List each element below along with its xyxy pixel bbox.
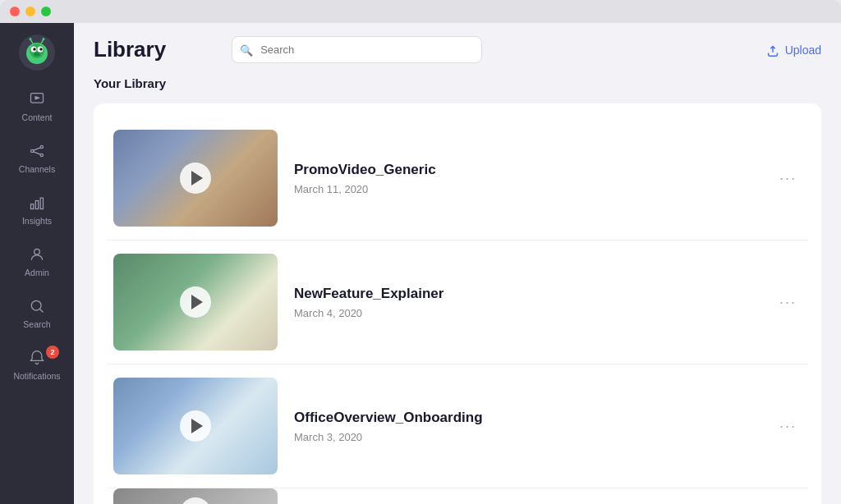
- sidebar-item-search-label: Search: [23, 319, 50, 329]
- svg-point-11: [43, 38, 45, 40]
- svg-rect-21: [40, 198, 43, 208]
- svg-point-10: [30, 38, 32, 40]
- channels-icon: [28, 142, 46, 160]
- sidebar-nav: Content Channels Insights: [0, 80, 74, 504]
- app-container: Content Channels Insights: [0, 23, 841, 504]
- video-title: PromoVideo_Generic: [294, 162, 758, 178]
- upload-icon: [765, 43, 780, 57]
- search-input[interactable]: [232, 36, 482, 63]
- play-triangle-icon: [191, 419, 203, 433]
- video-info: OfficeOverview_Onboarding March 3, 2020: [294, 410, 758, 443]
- video-menu-button[interactable]: ···: [774, 413, 802, 440]
- svg-line-24: [40, 309, 44, 313]
- sidebar-item-content-label: Content: [22, 112, 53, 122]
- sidebar-item-admin-label: Admin: [25, 268, 49, 277]
- library-section: Your Library PromoVideo_G: [74, 76, 841, 504]
- svg-rect-20: [35, 201, 38, 209]
- svg-point-7: [34, 53, 40, 57]
- window-chrome: [0, 0, 841, 23]
- notification-badge: 2: [46, 346, 59, 359]
- table-row: [107, 488, 808, 504]
- thumbnail-overlay: [113, 378, 278, 474]
- svg-line-17: [34, 148, 40, 150]
- sidebar-item-channels[interactable]: Channels: [0, 132, 74, 184]
- svg-point-15: [40, 145, 43, 148]
- video-date: March 11, 2020: [294, 183, 758, 195]
- thumbnail-overlay: [113, 488, 278, 504]
- svg-point-23: [31, 300, 41, 310]
- video-thumbnail[interactable]: [113, 488, 278, 504]
- close-button[interactable]: [10, 7, 20, 16]
- video-thumbnail[interactable]: [113, 254, 278, 351]
- play-triangle-icon: [191, 295, 203, 309]
- insights-icon: [28, 194, 46, 212]
- svg-point-5: [33, 48, 36, 51]
- search-bar: 🔍: [232, 36, 482, 63]
- svg-point-14: [31, 149, 34, 152]
- sidebar-item-channels-label: Channels: [19, 164, 55, 174]
- svg-rect-19: [31, 204, 34, 209]
- play-triangle-icon: [191, 171, 203, 186]
- sidebar-item-notifications-label: Notifications: [13, 371, 60, 381]
- library-card: PromoVideo_Generic March 11, 2020 ···: [94, 103, 821, 504]
- video-title: NewFeature_Explainer: [294, 286, 758, 302]
- play-button[interactable]: [180, 497, 211, 504]
- page-title: Library: [94, 37, 166, 62]
- video-title: OfficeOverview_Onboarding: [294, 410, 758, 426]
- search-inline-icon: 🔍: [240, 44, 253, 56]
- video-thumbnail[interactable]: [113, 130, 278, 227]
- table-row: OfficeOverview_Onboarding March 3, 2020 …: [107, 364, 808, 488]
- notifications-icon: [28, 349, 46, 367]
- video-menu-button[interactable]: ···: [774, 165, 802, 192]
- maximize-button[interactable]: [41, 7, 51, 16]
- svg-point-16: [40, 153, 43, 156]
- admin-icon: [28, 245, 46, 263]
- video-info: PromoVideo_Generic March 11, 2020: [294, 162, 758, 195]
- svg-line-18: [34, 152, 40, 154]
- sidebar-item-search[interactable]: Search: [0, 287, 74, 339]
- svg-marker-13: [35, 96, 41, 100]
- sidebar: Content Channels Insights: [0, 23, 74, 504]
- video-menu-button[interactable]: ···: [774, 289, 802, 316]
- video-list: PromoVideo_Generic March 11, 2020 ···: [107, 117, 808, 504]
- search-icon: [28, 297, 46, 315]
- video-date: March 4, 2020: [294, 307, 758, 319]
- app-logo: [16, 31, 58, 74]
- sidebar-item-insights-label: Insights: [22, 216, 52, 226]
- svg-point-6: [39, 48, 43, 51]
- main-content: Library 🔍 Upload Your Library: [74, 23, 841, 504]
- header: Library 🔍 Upload: [74, 23, 841, 76]
- table-row: PromoVideo_Generic March 11, 2020 ···: [107, 117, 808, 241]
- sidebar-item-admin[interactable]: Admin: [0, 236, 74, 287]
- sidebar-item-content[interactable]: Content: [0, 80, 74, 132]
- content-icon: [28, 90, 46, 108]
- thumbnail-overlay: [113, 254, 278, 351]
- svg-point-22: [34, 249, 40, 254]
- video-thumbnail[interactable]: [113, 378, 278, 474]
- upload-button[interactable]: Upload: [765, 43, 821, 57]
- video-info: NewFeature_Explainer March 4, 2020: [294, 286, 758, 319]
- thumbnail-overlay: [113, 130, 278, 227]
- play-button[interactable]: [180, 286, 211, 318]
- section-title: Your Library: [94, 76, 821, 90]
- minimize-button[interactable]: [25, 7, 35, 16]
- play-button[interactable]: [180, 410, 211, 442]
- video-date: March 3, 2020: [294, 431, 758, 443]
- play-button[interactable]: [180, 163, 211, 194]
- upload-label: Upload: [785, 44, 821, 57]
- sidebar-item-insights[interactable]: Insights: [0, 184, 74, 236]
- sidebar-item-notifications[interactable]: 2 Notifications: [0, 339, 74, 391]
- table-row: NewFeature_Explainer March 4, 2020 ···: [107, 241, 808, 364]
